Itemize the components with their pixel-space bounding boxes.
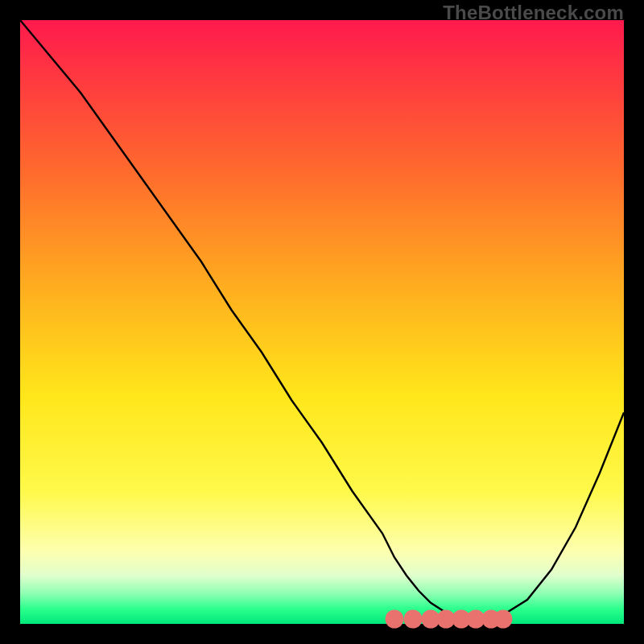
optimal-marker-dot (403, 610, 422, 629)
brand-watermark: TheBottleneck.com (443, 2, 624, 24)
optimal-marker-dot (494, 610, 513, 629)
plot-area (20, 20, 624, 624)
chart-frame (20, 20, 624, 624)
optimal-markers (20, 20, 624, 624)
optimal-marker-dot (386, 610, 404, 629)
